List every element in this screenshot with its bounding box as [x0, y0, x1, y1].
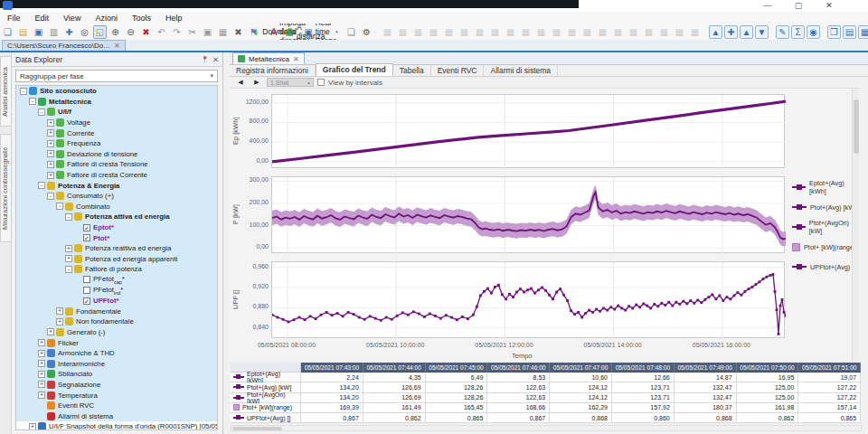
- table-column-header[interactable]: 05/05/2021 07:43:00: [301, 363, 363, 373]
- tree-item-eptot-[interactable]: ✓Eptot*: [16, 222, 217, 233]
- table-value-cell[interactable]: 127,22: [798, 393, 861, 403]
- toolbar-disabled-icon[interactable]: ▦: [458, 25, 471, 39]
- table-value-cell[interactable]: 125,00: [737, 393, 799, 403]
- expand-icon[interactable]: +: [38, 392, 45, 399]
- toolbar-disabled-icon[interactable]: ▦: [580, 25, 594, 39]
- collapse-icon[interactable]: [74, 287, 81, 294]
- tree-item-potenza-attiva-ed-energia[interactable]: -Potenza attiva ed energia: [16, 212, 217, 222]
- collapse-icon[interactable]: [74, 297, 81, 305]
- view-by-intervals-checkbox[interactable]: [317, 79, 325, 86]
- table-value-cell[interactable]: 165,45: [426, 403, 488, 413]
- table-column-header[interactable]: 05/05/2021 07:47:00: [550, 363, 612, 373]
- table-value-cell[interactable]: 127,22: [798, 382, 861, 392]
- table-value-cell[interactable]: 10,60: [550, 373, 612, 382]
- table-value-cell[interactable]: 124,12: [550, 393, 612, 403]
- menu-edit[interactable]: Edit: [28, 14, 57, 23]
- expand-icon[interactable]: +: [38, 360, 45, 367]
- next-interval-button[interactable]: ▶: [250, 78, 263, 87]
- tree-item-sito-sconosciuto[interactable]: -Sito sconosciuto: [16, 86, 217, 97]
- table-column-header[interactable]: 05/05/2021 07:50:00: [737, 363, 799, 373]
- collapse-icon[interactable]: -: [47, 193, 54, 200]
- tree-item-sbilanciato[interactable]: +Sbilanciato: [16, 369, 217, 380]
- side-tab-harmonic-analysis[interactable]: Analisi armonica: [0, 56, 12, 127]
- table-value-cell[interactable]: 134,20: [301, 382, 363, 392]
- table-value-cell[interactable]: 162,29: [550, 403, 612, 413]
- copy-icon[interactable]: ▣: [201, 25, 214, 39]
- table-value-cell[interactable]: 125,00: [737, 382, 799, 392]
- tree-item-allarmi-di-sistema[interactable]: Allarmi di sistema: [16, 410, 217, 421]
- series-checkbox[interactable]: ✓: [83, 297, 90, 305]
- subtab-grafico-del-trend[interactable]: Grafico del Trend: [316, 63, 393, 76]
- tree-item-non-fondamentale[interactable]: +Non fondamentale: [16, 316, 217, 327]
- tree-item-frequenza[interactable]: +Frequenza: [16, 138, 217, 149]
- table-value-cell[interactable]: 180,37: [675, 403, 737, 413]
- collapse-icon[interactable]: [74, 234, 81, 241]
- table-column-header[interactable]: 05/05/2021 07:44:00: [363, 363, 426, 373]
- collapse-icon[interactable]: -: [56, 203, 63, 210]
- redo-icon[interactable]: ↷: [170, 25, 184, 39]
- table-value-cell[interactable]: 14,87: [675, 373, 737, 382]
- expand-icon[interactable]: +: [29, 423, 36, 430]
- toolbar-disabled-icon[interactable]: ▦: [657, 25, 671, 39]
- table-horizontal-scrollbar[interactable]: [231, 425, 862, 431]
- interval-dropdown[interactable]: 1 Shot ▾: [267, 78, 314, 87]
- table-value-cell[interactable]: 0,868: [675, 413, 737, 423]
- expand-icon[interactable]: +: [38, 350, 45, 357]
- document-tab[interactable]: C:\Users\Scuro Francesco\Do... ✕: [2, 40, 126, 51]
- zoom-out-icon[interactable]: ⊖: [124, 25, 137, 39]
- menu-view[interactable]: View: [56, 14, 88, 23]
- tree-item-ptot-[interactable]: ✓Ptot*: [16, 232, 217, 243]
- toolbar-chart-tool-icon[interactable]: ▲: [709, 25, 722, 39]
- toolbar-disabled-icon[interactable]: ▦: [473, 25, 486, 39]
- prev-interval-button[interactable]: ◀: [234, 78, 247, 87]
- table-value-cell[interactable]: 0,865: [426, 413, 488, 423]
- toolbar-disabled-icon[interactable]: ▦: [381, 25, 394, 39]
- toolbar-chart-tool-icon[interactable]: Σ: [791, 25, 805, 39]
- series-checkbox[interactable]: [83, 276, 90, 283]
- toolbar-disabled-icon[interactable]: ▦: [565, 25, 579, 39]
- subtab-registra-informazioni[interactable]: Registra informazioni: [230, 65, 316, 76]
- paste-icon[interactable]: ▦: [216, 25, 230, 39]
- table-value-cell[interactable]: 122,63: [487, 382, 550, 392]
- expand-icon[interactable]: +: [65, 245, 72, 252]
- delete-icon[interactable]: ✖: [231, 25, 245, 39]
- table-value-cell[interactable]: 132,47: [675, 393, 737, 403]
- tree-item-generato-[interactable]: +Generato (-): [16, 327, 217, 338]
- table-value-cell[interactable]: 134,20: [301, 393, 363, 403]
- subtab-allarmi-di-sistema[interactable]: Allarmi di sistema: [484, 65, 558, 76]
- open-folder-icon[interactable]: ▤: [16, 25, 30, 39]
- tree-item-corrente[interactable]: +Corrente: [16, 127, 217, 138]
- toolbar-disabled-icon[interactable]: ▦: [611, 25, 625, 39]
- expand-icon[interactable]: +: [47, 161, 54, 168]
- toolbar-disabled-icon[interactable]: ▦: [688, 25, 702, 39]
- expand-icon[interactable]: +: [56, 307, 63, 315]
- series-checkbox[interactable]: ✓: [83, 224, 90, 231]
- realtime-scope-button[interactable]: ▣Real-time Scope: [314, 25, 327, 39]
- tree-item-pfetot[interactable]: PFetotcap*: [16, 275, 217, 286]
- table-value-cell[interactable]: 8,53: [487, 373, 550, 382]
- collapse-icon[interactable]: [38, 412, 45, 420]
- tree-item-interarmoniche[interactable]: +Interarmoniche: [16, 358, 217, 369]
- expand-icon[interactable]: +: [47, 140, 54, 147]
- table-value-cell[interactable]: 161,98: [737, 403, 799, 413]
- tree-item-metaltecnica[interactable]: -Metaltecnica: [16, 97, 217, 108]
- tree-item-temperatura[interactable]: +Temperatura: [16, 390, 217, 401]
- table-value-cell[interactable]: 128,26: [426, 393, 488, 403]
- toolbar-chart-tool-icon[interactable]: ▲: [740, 25, 753, 39]
- toolbar-disabled-icon[interactable]: ▦: [550, 25, 563, 39]
- toolbar-chart-tool-icon[interactable]: ▼: [755, 25, 769, 39]
- tree-item-deviazione-di-tensione[interactable]: +Deviazione di tensione: [16, 149, 217, 160]
- table-column-header[interactable]: 05/05/2021 07:51:00: [798, 363, 861, 373]
- tree-item-potenza-reattiva-ed-energia[interactable]: +Potenza reattiva ed energia: [16, 243, 217, 254]
- table-value-cell[interactable]: 6,49: [426, 373, 488, 382]
- tree-item-fattore-di-cresta-tensione[interactable]: +Fattore di cresta Tensione: [16, 159, 217, 170]
- table-column-header[interactable]: 05/05/2021 07:49:00: [675, 363, 737, 373]
- table-value-cell[interactable]: 132,47: [675, 382, 737, 392]
- document-tab-close-icon[interactable]: ✕: [114, 42, 120, 50]
- collapse-icon[interactable]: [74, 224, 81, 231]
- pan-icon[interactable]: ✚: [62, 25, 76, 39]
- tree-item-u-i-f[interactable]: -U/I/f: [16, 107, 217, 118]
- panel-close-icon[interactable]: ✕: [212, 55, 219, 64]
- table-value-cell[interactable]: 161,49: [363, 403, 426, 413]
- collapse-icon[interactable]: -: [38, 182, 45, 189]
